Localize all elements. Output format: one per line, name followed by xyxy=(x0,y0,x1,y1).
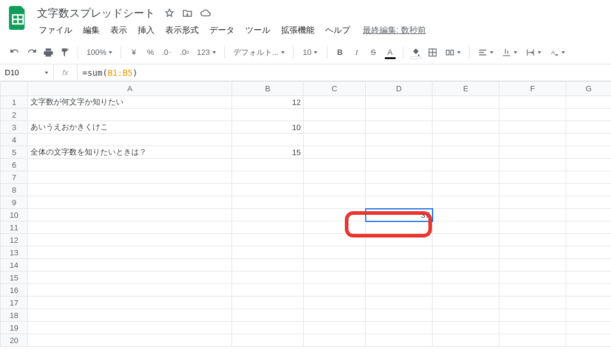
cell-E15[interactable] xyxy=(433,272,499,284)
cell-C10[interactable] xyxy=(304,209,366,221)
cell-F2[interactable] xyxy=(499,109,566,121)
cell-A16[interactable] xyxy=(28,284,232,297)
cell-A2[interactable] xyxy=(28,109,232,121)
cell-G12[interactable] xyxy=(566,234,612,246)
cell-C1[interactable] xyxy=(304,96,366,109)
cell-F13[interactable] xyxy=(499,246,566,259)
cell-B11[interactable] xyxy=(232,221,304,234)
cell-G3[interactable] xyxy=(566,121,612,134)
cell-A14[interactable] xyxy=(28,259,232,272)
horizontal-align-button[interactable] xyxy=(474,45,497,60)
cell-C12[interactable] xyxy=(304,234,366,246)
cell-G6[interactable] xyxy=(566,159,612,171)
cell-D15[interactable] xyxy=(366,272,433,284)
cell-E12[interactable] xyxy=(433,234,499,246)
cell-C16[interactable] xyxy=(304,284,366,297)
cell-F17[interactable] xyxy=(499,297,566,309)
row-header[interactable]: 5 xyxy=(1,146,28,159)
row-header[interactable]: 11 xyxy=(1,221,28,234)
cell-A15[interactable] xyxy=(28,272,232,284)
cell-F20[interactable] xyxy=(499,334,566,347)
menu-help[interactable]: ヘルプ xyxy=(321,23,354,38)
cell-F10[interactable] xyxy=(499,209,566,221)
cell-A12[interactable] xyxy=(28,234,232,246)
cell-C11[interactable] xyxy=(304,221,366,234)
spreadsheet-grid[interactable]: A B C D E F G 1文字数が何文字か知りたい1223あいうえおかきくけ… xyxy=(0,81,611,347)
cell-F5[interactable] xyxy=(499,146,566,159)
cell-F8[interactable] xyxy=(499,184,566,196)
cell-F12[interactable] xyxy=(499,234,566,246)
cell-G16[interactable] xyxy=(566,284,612,297)
cell-F6[interactable] xyxy=(499,159,566,171)
cell-E14[interactable] xyxy=(433,259,499,272)
row-header[interactable]: 4 xyxy=(1,134,28,146)
cell-B10[interactable] xyxy=(232,209,304,221)
select-all-corner[interactable] xyxy=(1,82,28,96)
cell-B16[interactable] xyxy=(232,284,304,297)
name-box[interactable]: D10 xyxy=(0,64,54,81)
col-header-C[interactable]: C xyxy=(304,82,366,96)
cell-B1[interactable]: 12 xyxy=(232,96,304,109)
cell-D17[interactable] xyxy=(366,297,433,309)
cell-F18[interactable] xyxy=(499,309,566,322)
cell-F4[interactable] xyxy=(499,134,566,146)
cell-B8[interactable] xyxy=(232,184,304,196)
cell-G1[interactable] xyxy=(566,96,612,109)
cell-A8[interactable] xyxy=(28,184,232,196)
cell-F7[interactable] xyxy=(499,171,566,184)
cell-E1[interactable] xyxy=(433,96,499,109)
cell-E5[interactable] xyxy=(433,146,499,159)
cell-C2[interactable] xyxy=(304,109,366,121)
doc-title[interactable]: 文字数スプレッドシート xyxy=(35,5,158,21)
cell-F1[interactable] xyxy=(499,96,566,109)
cell-G4[interactable] xyxy=(566,134,612,146)
cell-D9[interactable] xyxy=(366,196,433,209)
cell-E11[interactable] xyxy=(433,221,499,234)
cell-F14[interactable] xyxy=(499,259,566,272)
cell-G5[interactable] xyxy=(566,146,612,159)
cell-F3[interactable] xyxy=(499,121,566,134)
row-header[interactable]: 19 xyxy=(1,322,28,334)
cell-B19[interactable] xyxy=(232,322,304,334)
row-header[interactable]: 10 xyxy=(1,209,28,221)
row-header[interactable]: 15 xyxy=(1,272,28,284)
cell-C19[interactable] xyxy=(304,322,366,334)
cell-C6[interactable] xyxy=(304,159,366,171)
row-header[interactable]: 12 xyxy=(1,234,28,246)
row-header[interactable]: 3 xyxy=(1,121,28,134)
cell-G20[interactable] xyxy=(566,334,612,347)
cell-A17[interactable] xyxy=(28,297,232,309)
cell-B12[interactable] xyxy=(232,234,304,246)
cloud-status-icon[interactable] xyxy=(199,7,211,19)
cell-G13[interactable] xyxy=(566,246,612,259)
cell-A10[interactable] xyxy=(28,209,232,221)
italic-button[interactable]: I xyxy=(349,45,365,60)
cell-F16[interactable] xyxy=(499,284,566,297)
cell-C13[interactable] xyxy=(304,246,366,259)
row-header[interactable]: 9 xyxy=(1,196,28,209)
cell-B15[interactable] xyxy=(232,272,304,284)
cell-G17[interactable] xyxy=(566,297,612,309)
row-header[interactable]: 1 xyxy=(1,96,28,109)
text-color-button[interactable]: A xyxy=(382,45,398,60)
zoom-select[interactable]: 100% xyxy=(83,45,116,60)
cell-E13[interactable] xyxy=(433,246,499,259)
cell-E16[interactable] xyxy=(433,284,499,297)
cell-D5[interactable] xyxy=(366,146,433,159)
more-formats-button[interactable]: 123 xyxy=(193,45,220,60)
cell-G7[interactable] xyxy=(566,171,612,184)
col-header-D[interactable]: D xyxy=(366,82,433,96)
row-header[interactable]: 2 xyxy=(1,109,28,121)
cell-A13[interactable] xyxy=(28,246,232,259)
cell-G10[interactable] xyxy=(566,209,612,221)
cell-E9[interactable] xyxy=(433,196,499,209)
cell-B3[interactable]: 10 xyxy=(232,121,304,134)
decrease-decimal-button[interactable]: .0← xyxy=(159,45,175,60)
cell-A18[interactable] xyxy=(28,309,232,322)
cell-G14[interactable] xyxy=(566,259,612,272)
star-icon[interactable] xyxy=(163,7,175,19)
cell-D3[interactable] xyxy=(366,121,433,134)
cell-E2[interactable] xyxy=(433,109,499,121)
row-header[interactable]: 18 xyxy=(1,309,28,322)
menu-format[interactable]: 表示形式 xyxy=(161,23,203,38)
